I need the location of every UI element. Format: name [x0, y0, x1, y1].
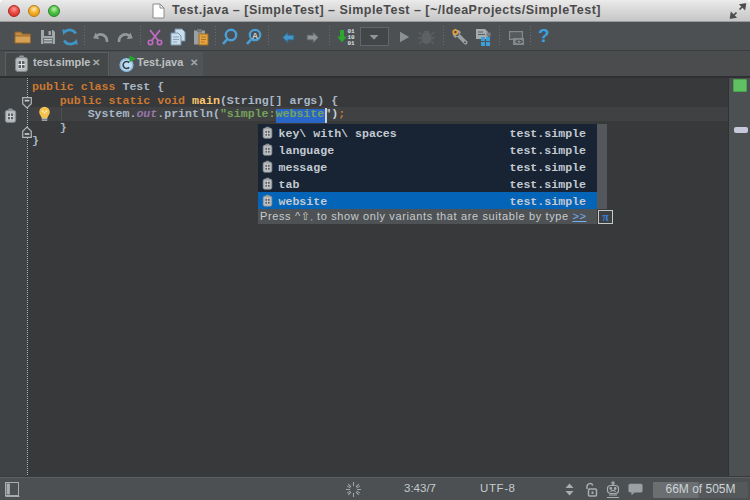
- svg-text:A: A: [252, 31, 258, 41]
- svg-text:<>: <>: [515, 39, 523, 46]
- svg-text:01: 01: [348, 40, 356, 47]
